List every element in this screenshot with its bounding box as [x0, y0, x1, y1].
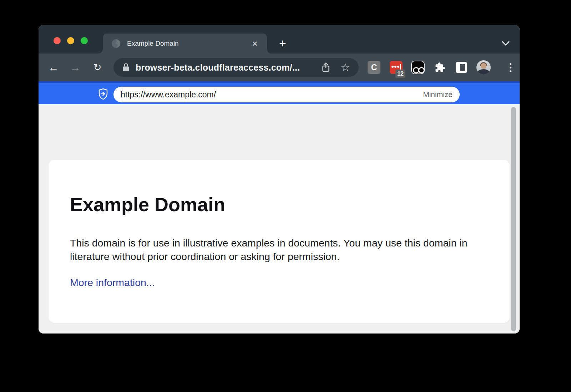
- globe-favicon-icon: [111, 39, 121, 48]
- avatar-torso: [477, 69, 490, 75]
- traffic-lights: [54, 37, 88, 44]
- dot-icon: [510, 67, 511, 68]
- tab-strip: Example Domain × +: [39, 25, 520, 54]
- reload-button[interactable]: ↻: [90, 60, 105, 75]
- side-panel-icon: [460, 64, 465, 71]
- dot-icon: [510, 63, 511, 65]
- dot-icon: [391, 66, 394, 68]
- tab-title: Example Domain: [127, 40, 179, 47]
- close-window-button[interactable]: [54, 37, 61, 44]
- dot-icon: [394, 66, 396, 68]
- forward-button[interactable]: →: [68, 60, 82, 75]
- tab-search-chevron-icon[interactable]: [499, 36, 513, 50]
- side-panel-button[interactable]: [456, 62, 467, 73]
- extensions-puzzle-button[interactable]: [434, 61, 446, 74]
- omnibox-url-text: browser-beta.cloudflareaccess.com/...: [136, 62, 300, 73]
- browser-window: Example Domain × + ← → ↻ browser-beta.cl…: [39, 25, 520, 334]
- chrome-menu-button[interactable]: [503, 60, 517, 75]
- more-information-link[interactable]: More information...: [70, 277, 155, 289]
- extension-badge: 12: [395, 70, 405, 78]
- page-paragraph: This domain is for use in illustrative e…: [70, 236, 480, 263]
- isolation-url-input[interactable]: [120, 90, 423, 100]
- avatar-face: [481, 63, 486, 69]
- browser-toolbar: ← → ↻ browser-beta.cloudflareaccess.com/…: [39, 54, 520, 81]
- profile-avatar[interactable]: [476, 60, 491, 75]
- address-bar[interactable]: browser-beta.cloudflareaccess.com/... ☆: [113, 58, 359, 77]
- extension-c-button[interactable]: C: [368, 61, 380, 74]
- new-tab-button[interactable]: +: [276, 36, 290, 50]
- example-domain-card: Example Domain This domain is for use in…: [49, 160, 510, 323]
- page-title: Example Domain: [70, 193, 488, 216]
- zoom-window-button[interactable]: [81, 37, 88, 44]
- shield-arrow-icon: [98, 88, 108, 100]
- lock-icon[interactable]: [122, 63, 130, 72]
- tab-close-icon[interactable]: ×: [249, 34, 261, 54]
- back-button[interactable]: ←: [46, 60, 61, 75]
- isolation-bar: Minimize: [39, 81, 520, 104]
- page-viewport: Example Domain This domain is for use in…: [39, 104, 520, 334]
- circle-icon: [418, 67, 425, 73]
- bar-icon: [400, 64, 401, 70]
- share-icon[interactable]: [321, 62, 330, 73]
- minimize-button[interactable]: Minimize: [423, 90, 453, 99]
- scrollbar-thumb[interactable]: [511, 107, 516, 331]
- extension-red-dots-button[interactable]: 12: [390, 61, 403, 74]
- dot-icon: [397, 66, 399, 68]
- minimize-window-button[interactable]: [67, 37, 74, 44]
- tab-example-domain[interactable]: Example Domain ×: [103, 34, 267, 54]
- dot-icon: [510, 70, 511, 72]
- isolation-url-pill: Minimize: [113, 87, 460, 102]
- extension-two-circles-button[interactable]: [411, 61, 425, 74]
- bookmark-star-icon[interactable]: ☆: [340, 62, 350, 73]
